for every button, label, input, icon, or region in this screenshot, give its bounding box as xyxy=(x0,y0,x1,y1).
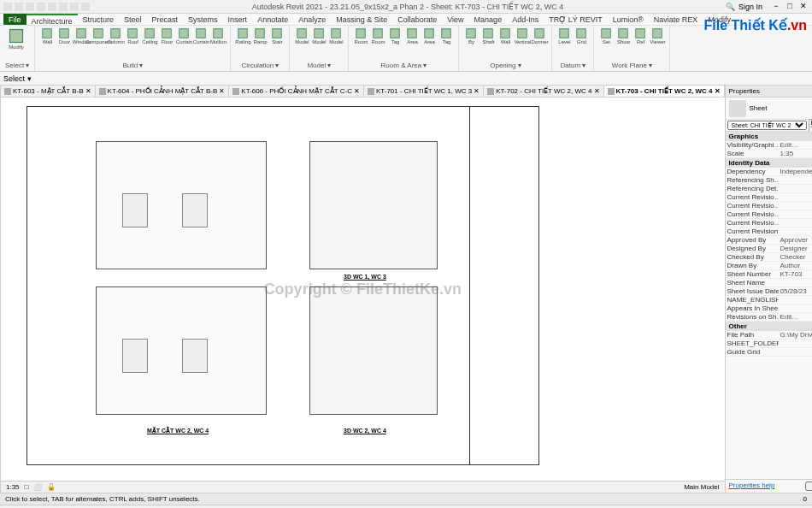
close-icon[interactable]: ✕ xyxy=(474,86,480,97)
ribbon-tab-naviaterex[interactable]: Naviate REX xyxy=(649,14,703,25)
grid-button[interactable]: Grid xyxy=(574,27,588,48)
property-row[interactable]: Sheet NumberKT-703 xyxy=(726,270,812,279)
property-value[interactable] xyxy=(779,348,812,356)
roomseparator-button[interactable]: Room xyxy=(371,27,385,48)
property-row[interactable]: DependencyIndependent xyxy=(726,168,812,176)
level-button[interactable]: Level xyxy=(557,27,571,48)
design-option[interactable]: Main Model xyxy=(684,483,719,491)
ceiling-button[interactable]: Ceiling xyxy=(143,27,156,48)
qat-icon[interactable] xyxy=(48,3,56,11)
window-button[interactable]: Window xyxy=(74,27,88,48)
modelgroup-button[interactable]: Model xyxy=(329,27,343,48)
edit-type-button[interactable]: Edit Type xyxy=(809,119,812,133)
tagarea-button[interactable]: Tag xyxy=(439,27,453,48)
property-row[interactable]: Current Revisio… xyxy=(726,202,812,210)
apply-button[interactable]: Apply xyxy=(805,481,812,491)
areaboundary-button[interactable]: Area xyxy=(422,27,436,48)
wall-button[interactable]: Wall xyxy=(40,27,54,48)
qat-icon[interactable] xyxy=(81,3,90,11)
property-row[interactable]: Checked ByChecker xyxy=(726,253,812,262)
modify-button[interactable]: Modify xyxy=(5,27,27,58)
ribbon-tab-lumion[interactable]: Lumion® xyxy=(608,14,649,25)
property-row[interactable]: Sheet Issue Date05/28/23 xyxy=(726,287,812,296)
property-row[interactable]: Appears In Shee… xyxy=(726,304,812,313)
byface-button[interactable]: By xyxy=(464,27,478,48)
column-button[interactable]: Column xyxy=(109,27,122,48)
roof-button[interactable]: Roof xyxy=(126,27,139,48)
close-icon[interactable]: ✕ xyxy=(354,86,360,97)
property-value[interactable]: Checker xyxy=(779,253,812,261)
refplane-button[interactable]: Ref xyxy=(633,27,647,48)
property-row[interactable]: Designed ByDesigner xyxy=(726,245,812,253)
properties-help-link[interactable]: Properties help xyxy=(729,481,775,491)
ribbon-tab-systems[interactable]: Systems xyxy=(183,14,223,25)
qat-icon[interactable] xyxy=(26,3,34,11)
view-tab[interactable]: KT-604 - PHỐI CẢNH MẶT CẮT B-B ✕ xyxy=(96,86,230,97)
curtaingrid-button[interactable]: Curtain xyxy=(194,27,208,48)
modelline-button[interactable]: Model xyxy=(312,27,326,48)
property-value[interactable]: Independent xyxy=(779,168,812,175)
property-value[interactable] xyxy=(779,227,812,235)
floor-button[interactable]: Floor xyxy=(160,27,174,48)
property-value[interactable]: Edit… xyxy=(779,141,812,149)
property-value[interactable] xyxy=(779,219,812,227)
modeltext-button[interactable]: Model xyxy=(295,27,309,48)
property-value[interactable]: KT-703 xyxy=(779,270,812,278)
property-value[interactable] xyxy=(779,296,812,304)
viewbar-icon[interactable]: □ xyxy=(25,483,29,491)
dormer-button[interactable]: Dormer xyxy=(533,27,546,48)
property-row[interactable]: Current Revisio… xyxy=(726,210,812,219)
view-control-bar[interactable]: 1:35 □ ⬜ 🔓 Main Model xyxy=(1,481,725,493)
property-row[interactable]: Approved ByApprover xyxy=(726,236,812,245)
perspective-view-1[interactable] xyxy=(309,141,438,269)
tagroom-button[interactable]: Tag xyxy=(388,27,402,48)
signin-link[interactable]: Sign In xyxy=(738,3,762,11)
property-value[interactable]: Approver xyxy=(779,236,812,244)
property-row[interactable]: Visibility/Graphi…Edit… xyxy=(726,141,812,150)
mullion-button[interactable]: Mullion xyxy=(211,27,225,48)
ribbon-tab-file[interactable]: File xyxy=(3,14,26,25)
qat-icon[interactable] xyxy=(15,3,23,11)
ribbon-tab-analyze[interactable]: Analyze xyxy=(293,14,331,25)
quick-access-toolbar[interactable] xyxy=(3,3,90,11)
property-row[interactable]: Scale1:35 xyxy=(726,150,812,158)
minimize-button[interactable]: − xyxy=(771,2,781,12)
ribbon-tab-architecture[interactable]: Architecture xyxy=(26,14,78,25)
stair-button[interactable]: Stair xyxy=(270,27,284,48)
property-row[interactable]: Current Revisio… xyxy=(726,219,812,227)
property-row[interactable]: Revisions on Sh…Edit… xyxy=(726,313,812,322)
close-icon[interactable]: ✕ xyxy=(594,86,600,97)
property-value[interactable] xyxy=(779,185,812,192)
viewer-button[interactable]: Viewer xyxy=(650,27,664,48)
property-row[interactable]: Current Revision xyxy=(726,227,812,236)
view-tab[interactable]: KT-606 - PHỐI CẢNH MẶT CẮT C-C ✕ xyxy=(229,86,364,97)
close-icon[interactable]: ✕ xyxy=(219,86,225,97)
qat-icon[interactable] xyxy=(70,3,79,11)
property-value[interactable] xyxy=(779,304,812,312)
qat-icon[interactable] xyxy=(3,3,12,11)
view-tab[interactable]: KT-703 - CHI TIẾT WC 2, WC 4 ✕ xyxy=(604,86,725,97)
curtainsystem-button[interactable]: Curtain xyxy=(177,27,191,48)
ribbon-tab-annotate[interactable]: Annotate xyxy=(252,14,293,25)
search-icon[interactable]: 🔍 xyxy=(726,3,735,11)
vertical-button[interactable]: Vertical xyxy=(515,27,529,48)
property-value[interactable]: Edit… xyxy=(779,313,812,321)
component-button[interactable]: Component xyxy=(91,27,105,48)
set-button[interactable]: Set xyxy=(599,27,613,48)
close-button[interactable]: ✕ xyxy=(798,2,809,12)
view-tab[interactable]: KT-603 - MẶT CẮT B-B ✕ xyxy=(1,86,96,97)
close-icon[interactable]: ✕ xyxy=(715,86,721,97)
ribbon-tab-structure[interactable]: Structure xyxy=(78,14,120,25)
ribbon-tab-massingsite[interactable]: Massing & Site xyxy=(331,14,392,25)
property-row[interactable]: SHEET_FOLDER xyxy=(726,340,812,348)
property-row[interactable]: Drawn ByAuthor xyxy=(726,262,812,270)
property-value[interactable] xyxy=(779,340,812,347)
ribbon-tab-trlrevit[interactable]: TRỢ LÝ REVIT xyxy=(544,14,608,25)
property-row[interactable]: Current Revisio… xyxy=(726,193,812,202)
qat-icon[interactable] xyxy=(37,3,45,11)
properties-type-selector[interactable]: Sheet xyxy=(726,97,812,120)
property-value[interactable] xyxy=(779,279,812,286)
ribbon-tab-view[interactable]: View xyxy=(442,14,468,25)
door-button[interactable]: Door xyxy=(57,27,71,48)
ribbon-tab-collaborate[interactable]: Collaborate xyxy=(392,14,442,25)
